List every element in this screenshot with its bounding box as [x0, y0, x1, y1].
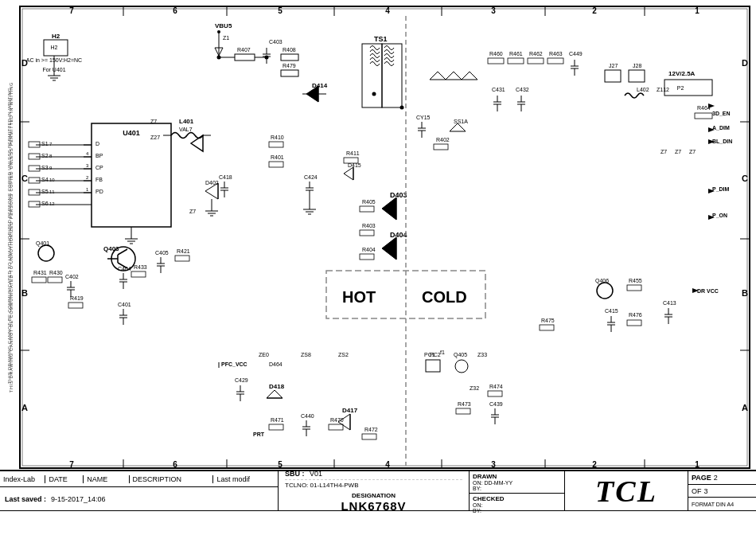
svg-text:7: 7: [69, 6, 74, 15]
svg-text:VAL7: VAL7: [179, 127, 193, 132]
title-block: Index-Lab DATE NAME DESCRIPTION Last mod…: [0, 470, 756, 535]
svg-rect-231: [426, 360, 440, 372]
svg-text:PRT: PRT: [253, 432, 265, 437]
svg-text:R463: R463: [549, 51, 563, 57]
svg-rect-75: [281, 54, 298, 61]
svg-text:C404: C404: [118, 266, 131, 271]
svg-text:C440: C440: [301, 413, 314, 419]
svg-text:5: 5: [278, 460, 283, 469]
svg-rect-158: [548, 58, 563, 64]
svg-rect-270: [68, 303, 83, 308]
page-label: PAGE: [692, 474, 711, 482]
svg-text:PC1: PC1: [424, 352, 435, 357]
svg-rect-143: [664, 80, 712, 96]
svg-text:C432: C432: [516, 87, 529, 92]
drawn-on: ON: DD-MM-YY: [473, 480, 561, 486]
svg-text:BL_DIN: BL_DIN: [712, 139, 732, 144]
svg-point-331: [265, 56, 269, 60]
svg-point-332: [372, 92, 376, 96]
checked-on: ON:: [473, 502, 561, 508]
svg-text:S5: S5: [41, 189, 49, 194]
svg-text:C403: C403: [269, 39, 283, 45]
svg-text:8: 8: [49, 154, 53, 158]
svg-text:R404: R404: [362, 247, 376, 252]
svg-marker-324: [708, 103, 715, 108]
svg-text:C449: C449: [569, 51, 583, 57]
svg-text:D402: D402: [205, 180, 219, 185]
svg-rect-266: [32, 277, 46, 283]
svg-rect-239: [456, 408, 470, 414]
svg-text:P2: P2: [677, 85, 684, 91]
svg-rect-175: [695, 113, 712, 119]
svg-text:R476: R476: [629, 312, 642, 318]
svg-marker-138: [382, 237, 396, 260]
svg-text:5: 5: [278, 6, 283, 15]
designation-value: LNK6768V: [285, 499, 462, 513]
svg-text:Z7: Z7: [689, 149, 696, 154]
svg-text:DR VCC: DR VCC: [697, 288, 719, 294]
svg-text:Z7: Z7: [189, 209, 196, 214]
svg-rect-188: [627, 320, 641, 326]
svg-text:H2: H2: [51, 45, 58, 50]
svg-text:C415: C415: [605, 308, 618, 314]
of-value: 3: [704, 487, 708, 495]
svg-text:1: 1: [86, 187, 89, 192]
svg-text:A: A: [21, 403, 28, 412]
svg-marker-213: [267, 390, 283, 398]
svg-point-293: [38, 245, 54, 261]
svg-text:J27: J27: [609, 63, 618, 68]
svg-text:D415: D415: [348, 162, 361, 168]
svg-text:Z7: Z7: [675, 149, 681, 154]
svg-text:R474: R474: [489, 384, 503, 389]
svg-marker-132: [205, 183, 218, 199]
svg-text:R455: R455: [629, 278, 642, 283]
svg-text:Z27: Z27: [150, 135, 160, 140]
svg-text:Z32: Z32: [470, 385, 479, 391]
svg-rect-276: [360, 206, 374, 212]
svg-marker-135: [382, 197, 396, 220]
svg-text:S4: S4: [41, 177, 49, 182]
svg-rect-200: [540, 325, 554, 330]
of-label: OF: [692, 487, 702, 495]
svg-rect-0: [20, 6, 750, 468]
designation-label: DESIGNATION: [285, 492, 462, 499]
svg-text:ZE0: ZE0: [259, 352, 269, 357]
date-header: DATE: [45, 475, 84, 483]
svg-text:R461: R461: [509, 51, 523, 57]
svg-rect-226: [329, 424, 343, 430]
svg-point-330: [217, 56, 221, 60]
schematic-svg: 7 6 5 4 3 2 1 7 6 5 4 3 2 1 D C B A D C: [0, 0, 756, 535]
svg-text:C418: C418: [219, 174, 232, 180]
last-modif-header: Last modif: [213, 475, 278, 483]
svg-text:4: 4: [86, 151, 89, 156]
svg-text:A_DIM: A_DIM: [712, 125, 730, 131]
svg-text:9: 9: [49, 166, 53, 170]
svg-text:R430: R430: [49, 270, 63, 275]
checked-label: CHECKED: [473, 495, 561, 502]
svg-text:C405: C405: [155, 250, 169, 256]
svg-marker-312: [450, 123, 466, 131]
drawn-by: BY:: [473, 486, 561, 491]
tclno-value: 01-L14TH4-PWB: [310, 482, 359, 489]
svg-rect-154: [508, 58, 524, 64]
drawn-label: DRAWN: [473, 473, 561, 480]
svg-text:12V/2.5A: 12V/2.5A: [668, 70, 696, 77]
tcl-logo: TCL: [595, 474, 657, 509]
svg-rect-147: [605, 70, 621, 82]
svg-text:Z7: Z7: [150, 119, 157, 124]
svg-rect-274: [360, 254, 374, 260]
svg-text:D464: D464: [269, 361, 283, 367]
svg-rect-156: [528, 58, 544, 64]
svg-text:R433: R433: [134, 264, 147, 270]
svg-text:D404: D404: [390, 231, 407, 239]
sbu-value: V01: [310, 470, 322, 478]
svg-text:R410: R410: [271, 135, 284, 140]
svg-text:S3: S3: [41, 165, 49, 170]
svg-text:PFC_VCC: PFC_VCC: [221, 361, 247, 367]
svg-text:B: B: [21, 288, 28, 298]
svg-text:SS1A: SS1A: [454, 119, 468, 124]
svg-rect-282: [269, 142, 283, 147]
svg-rect-149: [629, 70, 645, 82]
svg-text:R405: R405: [362, 199, 376, 205]
svg-text:3: 3: [491, 460, 496, 469]
